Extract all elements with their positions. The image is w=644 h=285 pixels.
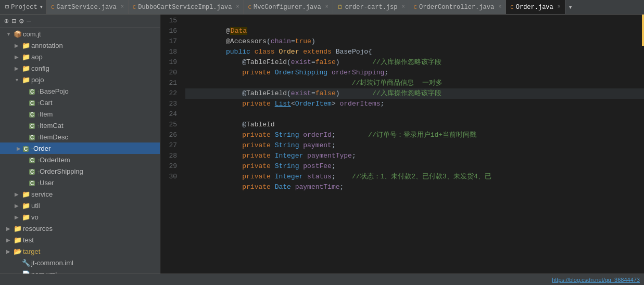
expand-arrow[interactable]: ▾	[4, 31, 12, 37]
tree-item-vo[interactable]: ▶ 📁 vo	[0, 211, 160, 223]
tree-item-orderitem[interactable]: C ↑ OrderItem	[0, 154, 160, 165]
code-text: =	[311, 89, 315, 97]
tree-item-comjt[interactable]: ▾ 📦 com.jt	[0, 28, 160, 40]
tree-label: jt-common.iml	[31, 259, 73, 267]
tab-order[interactable]: C Order.java ×	[506, 0, 565, 14]
close-icon[interactable]: ×	[121, 4, 124, 10]
more-tabs-button[interactable]: ▾	[565, 3, 576, 11]
tree-label: OrderItem	[40, 156, 70, 164]
status-url[interactable]: https://blog.csdn.net/qq_36844473	[552, 277, 640, 283]
code-text	[226, 69, 242, 76]
tree-item-itemcat[interactable]: C ↑ ItemCat	[0, 120, 160, 131]
close-icon[interactable]: ×	[236, 4, 239, 10]
tree-item-order[interactable]: ▶ C ↑ Order	[0, 142, 160, 154]
collapse-icon[interactable]: ⊟	[11, 17, 16, 25]
close-icon[interactable]: ×	[558, 4, 561, 10]
code-text: Accessors	[230, 37, 267, 45]
project-label: Project	[11, 4, 37, 11]
keyword: private	[242, 183, 274, 191]
code-text: ;	[384, 69, 388, 76]
keyword: private	[242, 152, 274, 160]
editor-area[interactable]: 15 16 17 18 19 20 21 22 23 24 25 26 27 2…	[160, 15, 644, 274]
expand-arrow[interactable]: ▶	[15, 146, 23, 151]
line-num: 30	[165, 172, 177, 182]
field: payment	[303, 141, 332, 149]
annotation-marker: @	[226, 27, 230, 35]
tree-item-annotation[interactable]: ▶ 📁 annotation	[0, 40, 160, 51]
expand-arrow[interactable]: ▶	[12, 43, 21, 48]
code-text	[340, 58, 372, 66]
tree-item-itemdesc[interactable]: C ↑ ItemDesc	[0, 131, 160, 142]
expand-arrow[interactable]: ▶	[4, 226, 12, 231]
close-icon[interactable]: ×	[401, 4, 405, 10]
code-text: @	[226, 89, 246, 97]
tree-view[interactable]: ▾ 📦 com.jt ▶ 📁 annotation ▶ 📁 aop	[0, 28, 160, 274]
class-icon: C ↑	[29, 110, 40, 118]
line-num: 20	[165, 68, 177, 78]
hide-icon[interactable]: —	[27, 17, 31, 25]
close-icon[interactable]: ×	[498, 4, 501, 10]
code-text: )	[336, 58, 340, 66]
tree-item-pojo[interactable]: ▾ 📁 pojo	[0, 74, 160, 85]
code-text	[226, 173, 242, 180]
tab-cartservice[interactable]: C CartService.java ×	[47, 0, 129, 14]
code-lines[interactable]: @Data @Accessors(chain=true) public clas…	[181, 15, 644, 274]
tree-item-cart[interactable]: C ↑ Cart	[0, 97, 160, 108]
tree-item-jtcommoniml[interactable]: 🔧 jt-common.iml	[0, 257, 160, 268]
code-text: (	[267, 37, 271, 45]
class-icon: C ↑	[29, 179, 40, 187]
tab-mvcconfigurer[interactable]: C MvcConfigurer.java ×	[244, 0, 333, 14]
expand-arrow[interactable]: ▶	[12, 214, 21, 220]
tree-item-config[interactable]: ▶ 📁 config	[0, 62, 160, 74]
tree-item-item[interactable]: C ↑ Item	[0, 108, 160, 120]
tab-label: MvcConfigurer.java	[254, 4, 321, 11]
line-num: 28	[165, 151, 177, 161]
tree-item-user[interactable]: C ↑ User	[0, 177, 160, 188]
tree-item-pomxml[interactable]: 📄 pom.xml	[0, 268, 160, 274]
keyword: extends	[303, 48, 335, 56]
expand-arrow[interactable]: ▶	[4, 237, 12, 243]
expand-arrow[interactable]: ▶	[12, 203, 21, 209]
code-line-16: @Accessors(chain=true)	[185, 26, 644, 36]
close-icon[interactable]: ×	[325, 4, 329, 10]
expand-arrow[interactable]: ▶	[12, 54, 21, 60]
tab-label: OrderController.java	[419, 4, 494, 11]
scroll-indicator	[642, 15, 644, 46]
code-text: =	[291, 37, 295, 45]
code-text: @	[226, 58, 246, 66]
tree-item-aop[interactable]: ▶ 📁 aop	[0, 51, 160, 62]
tree-item-resources[interactable]: ▶ 📁 resources	[0, 223, 160, 234]
tree-item-test[interactable]: ▶ 📁 test	[0, 234, 160, 245]
folder-icon: 📁	[21, 213, 31, 221]
tree-item-basepojo[interactable]: C ↑ BasePojo	[0, 85, 160, 97]
code-text: true	[295, 37, 311, 45]
tree-item-service[interactable]: ▶ 📁 service	[0, 188, 160, 200]
java-icon: C	[510, 4, 514, 10]
tree-item-ordershipping[interactable]: C ↑ OrderShipping	[0, 165, 160, 177]
tree-label: service	[31, 190, 53, 198]
tab-ordercart[interactable]: 🗒 order-cart.jsp ×	[333, 0, 410, 14]
expand-arrow[interactable]: ▶	[4, 249, 12, 254]
tab-dubbocartserviceimpl[interactable]: C DubboCartServiceImpl.java ×	[129, 0, 244, 14]
tree-item-util[interactable]: ▶ 📁 util	[0, 200, 160, 211]
expand-arrow[interactable]: ▶	[12, 191, 21, 197]
panel-header: ⊕ ⊟ ⚙ —	[0, 15, 160, 28]
jsp-icon: 🗒	[337, 4, 343, 10]
folder-yellow-icon: 📂	[12, 248, 23, 255]
field: paymentType	[307, 152, 352, 160]
code-text: >	[332, 100, 340, 108]
type: Integer	[275, 152, 307, 160]
code-text	[226, 162, 242, 170]
folder-icon: 📁	[21, 42, 31, 49]
tab-ordercontroller[interactable]: C OrderController.java ×	[409, 0, 506, 14]
type: OrderShipping	[275, 69, 332, 76]
tree-item-target[interactable]: ▶ 📂 target	[0, 245, 160, 257]
tree-label: util	[31, 202, 40, 210]
tree-label: ItemCat	[40, 122, 64, 129]
code-text: ;	[340, 183, 344, 191]
sync-icon[interactable]: ⊕	[4, 17, 8, 25]
settings-icon[interactable]: ⚙	[19, 17, 23, 25]
expand-arrow[interactable]: ▾	[12, 77, 21, 83]
expand-arrow[interactable]: ▶	[12, 66, 21, 71]
project-tab-button[interactable]: ⊞ Project ▾	[2, 0, 47, 14]
